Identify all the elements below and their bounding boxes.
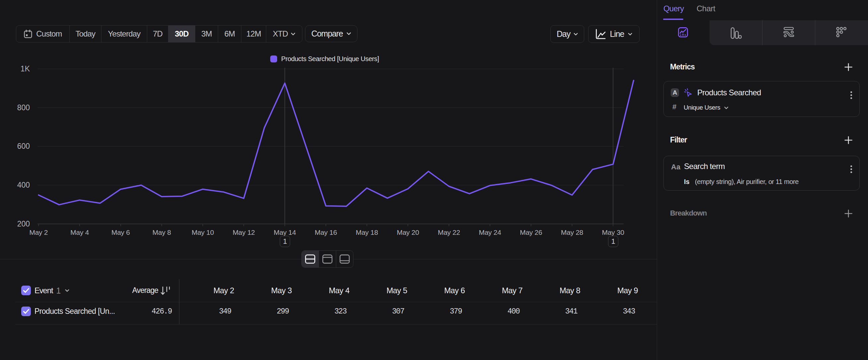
svg-text:May 8: May 8 (153, 228, 171, 236)
svg-text:May 18: May 18 (356, 228, 378, 236)
svg-text:May 22: May 22 (438, 228, 460, 236)
svg-text:May 24: May 24 (479, 228, 501, 236)
svg-text:May 20: May 20 (397, 228, 419, 236)
svg-text:May 6: May 6 (112, 228, 130, 236)
svg-text:400: 400 (17, 181, 30, 189)
svg-text:May 28: May 28 (561, 228, 583, 236)
svg-text:May 12: May 12 (233, 228, 255, 236)
svg-text:600: 600 (17, 142, 30, 150)
svg-text:May 4: May 4 (70, 228, 89, 236)
svg-text:1K: 1K (21, 64, 30, 73)
svg-text:May 26: May 26 (520, 228, 542, 236)
svg-text:800: 800 (17, 103, 30, 112)
svg-text:May 2: May 2 (30, 228, 48, 236)
svg-text:May 16: May 16 (315, 228, 337, 236)
svg-text:May 10: May 10 (192, 228, 214, 236)
svg-text:May 14: May 14 (274, 228, 296, 236)
svg-text:200: 200 (17, 220, 30, 228)
svg-text:May 30: May 30 (602, 228, 624, 236)
